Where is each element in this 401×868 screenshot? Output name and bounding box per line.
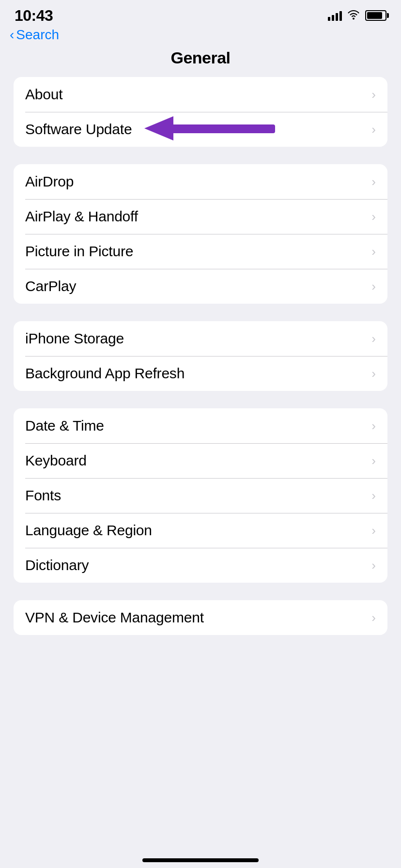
airplay-handoff-right: ›: [371, 210, 376, 223]
settings-row-language-region[interactable]: Language & Region ›: [14, 513, 387, 548]
iphone-storage-right: ›: [371, 332, 376, 345]
settings-row-dictionary[interactable]: Dictionary ›: [14, 548, 387, 583]
software-update-right: ›: [371, 123, 376, 136]
dictionary-chevron-icon: ›: [371, 559, 376, 572]
date-time-label: Date & Time: [25, 418, 104, 434]
date-time-right: ›: [371, 419, 376, 432]
keyboard-label: Keyboard: [25, 452, 87, 469]
fonts-label: Fonts: [25, 487, 61, 504]
page-header: General: [0, 46, 401, 77]
settings-row-picture-in-picture[interactable]: Picture in Picture ›: [14, 234, 387, 269]
software-update-chevron-icon: ›: [371, 123, 376, 136]
back-navigation: ‹ Search: [0, 27, 401, 46]
settings-row-airplay-handoff[interactable]: AirPlay & Handoff ›: [14, 199, 387, 234]
battery-icon: [365, 10, 386, 21]
background-app-refresh-label: Background App Refresh: [25, 365, 185, 382]
settings-row-airdrop[interactable]: AirDrop ›: [14, 164, 387, 199]
settings-row-about[interactable]: About ›: [14, 77, 387, 112]
fonts-right: ›: [371, 489, 376, 502]
carplay-right: ›: [371, 280, 376, 293]
status-bar: 10:43: [0, 0, 401, 27]
carplay-chevron-icon: ›: [371, 280, 376, 293]
date-time-chevron-icon: ›: [371, 419, 376, 432]
settings-group-3: iPhone Storage › Background App Refresh …: [14, 321, 387, 391]
keyboard-chevron-icon: ›: [371, 454, 376, 467]
settings-row-vpn-device-management[interactable]: VPN & Device Management ›: [14, 600, 387, 635]
settings-container: About › Software Update ›: [0, 77, 401, 635]
settings-row-keyboard[interactable]: Keyboard ›: [14, 443, 387, 478]
background-app-refresh-chevron-icon: ›: [371, 367, 376, 380]
vpn-device-management-label: VPN & Device Management: [25, 609, 204, 626]
iphone-storage-chevron-icon: ›: [371, 332, 376, 345]
settings-group-2: AirDrop › AirPlay & Handoff › Picture in…: [14, 164, 387, 304]
carplay-label: CarPlay: [25, 278, 76, 294]
settings-row-background-app-refresh[interactable]: Background App Refresh ›: [14, 356, 387, 391]
back-label: Search: [16, 27, 59, 43]
settings-row-carplay[interactable]: CarPlay ›: [14, 269, 387, 304]
settings-row-date-time[interactable]: Date & Time ›: [14, 408, 387, 443]
airplay-handoff-label: AirPlay & Handoff: [25, 208, 138, 225]
back-button[interactable]: ‹ Search: [10, 27, 59, 43]
about-chevron-icon: ›: [371, 88, 376, 101]
dictionary-label: Dictionary: [25, 557, 89, 574]
signal-bars-icon: [328, 10, 342, 21]
settings-row-software-update[interactable]: Software Update ›: [14, 112, 387, 147]
airdrop-right: ›: [371, 175, 376, 188]
language-region-right: ›: [371, 524, 376, 537]
status-time: 10:43: [15, 7, 53, 25]
picture-in-picture-chevron-icon: ›: [371, 245, 376, 258]
about-right: ›: [371, 88, 376, 101]
dictionary-right: ›: [371, 559, 376, 572]
language-region-label: Language & Region: [25, 522, 152, 539]
status-icons: [328, 9, 386, 22]
settings-row-iphone-storage[interactable]: iPhone Storage ›: [14, 321, 387, 356]
language-region-chevron-icon: ›: [371, 524, 376, 537]
battery-fill: [367, 12, 382, 19]
page-title: General: [170, 48, 230, 67]
airdrop-label: AirDrop: [25, 173, 74, 190]
background-app-refresh-right: ›: [371, 367, 376, 380]
back-chevron-icon: ‹: [10, 27, 14, 43]
software-update-label: Software Update: [25, 121, 132, 138]
wifi-icon: [347, 9, 360, 22]
software-update-container: Software Update ›: [14, 112, 387, 147]
settings-row-fonts[interactable]: Fonts ›: [14, 478, 387, 513]
vpn-device-management-right: ›: [371, 611, 376, 624]
airplay-handoff-chevron-icon: ›: [371, 210, 376, 223]
settings-group-5: VPN & Device Management ›: [14, 600, 387, 635]
vpn-device-management-chevron-icon: ›: [371, 611, 376, 624]
about-label: About: [25, 86, 62, 103]
keyboard-right: ›: [371, 454, 376, 467]
picture-in-picture-label: Picture in Picture: [25, 243, 133, 260]
airdrop-chevron-icon: ›: [371, 175, 376, 188]
picture-in-picture-right: ›: [371, 245, 376, 258]
fonts-chevron-icon: ›: [371, 489, 376, 502]
home-indicator: [142, 858, 259, 862]
settings-group-4: Date & Time › Keyboard › Fonts › Languag…: [14, 408, 387, 583]
iphone-storage-label: iPhone Storage: [25, 330, 124, 347]
settings-group-1: About › Software Update ›: [14, 77, 387, 147]
